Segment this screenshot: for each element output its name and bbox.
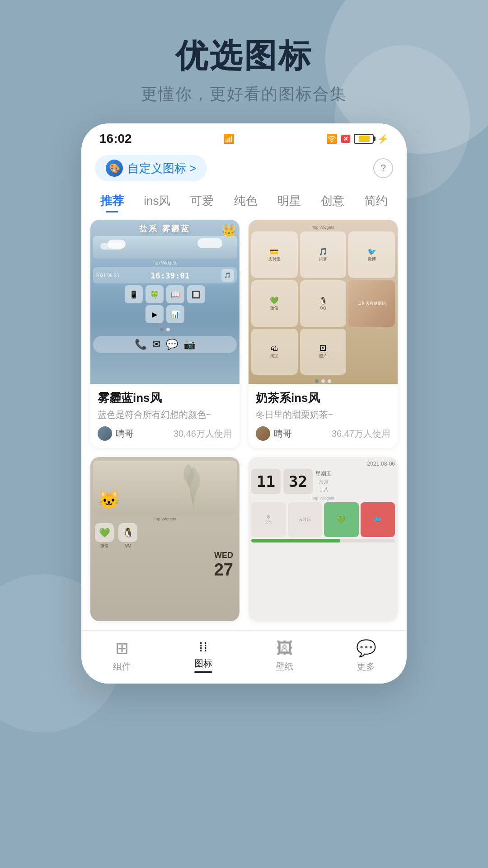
nav-wallpaper-label: 壁纸 xyxy=(276,660,294,673)
clock-minute: 32 xyxy=(283,469,313,494)
preview-dots-1 xyxy=(93,325,237,334)
custom-icon-circle-icon: 🎨 xyxy=(106,160,123,177)
category-tabs: 推荐 ins风 可爱 纯色 明星 创意 简约 xyxy=(81,186,407,220)
card-title-milk-tea: 奶茶系ins风 xyxy=(256,390,390,406)
card-info-milk-tea: 奶茶系ins风 冬日里的甜栗奶茶~ 晴哥 36.47万人使用 xyxy=(249,384,398,448)
top-widgets-1: Top Widgets xyxy=(93,260,237,265)
cat-app-icons: 💚 微信 🐧 QQ xyxy=(93,523,237,549)
theme-preview-cat: 🐱 Top Widgets 💚 微信 🐧 QQ xyxy=(90,457,239,621)
theme-grid: 👑 盐系 雾霾蓝 Top Widgets 2021-06-23 xyxy=(81,220,407,630)
custom-icon-button[interactable]: 🎨 自定义图标 > xyxy=(95,155,207,181)
app-icons-row1: 📱 🍀 📖 🔲 xyxy=(93,285,237,303)
card-desc-misty-blue: 蓝色是符合所有幻想的颜色~ xyxy=(98,409,232,421)
nav-icons-label: 图标 xyxy=(194,657,212,670)
tab-plain[interactable]: 纯色 xyxy=(229,189,263,212)
theme-preview-misty-blue: 👑 盐系 雾霾蓝 Top Widgets 2021-06-23 xyxy=(90,220,239,384)
tab-cute[interactable]: 可爱 xyxy=(185,189,219,212)
theme-preview-milk-tea: Top Widgets 🌿 📌 Top Widgets 💳 支付宝 🎵 xyxy=(249,220,398,384)
day-info: 星期五 六月 廿八 xyxy=(315,470,332,493)
nav-more-label: 更多 xyxy=(357,660,375,673)
digital-apps: 6 天气 云音乐 💚 🐦 xyxy=(251,502,395,537)
card-author-milk-tea: 晴哥 xyxy=(256,426,292,441)
custom-icon-label: 自定义图标 > xyxy=(127,160,196,176)
digital-clock: 11 32 星期五 六月 廿八 xyxy=(251,469,395,494)
theme-preview-digital: 2021-08-06 11 32 星期五 六月 廿八 Top Widgets xyxy=(249,457,398,621)
digital-date: 2021-08-06 xyxy=(251,461,395,467)
card-footer-misty-blue: 晴哥 30.46万人使用 xyxy=(98,426,232,441)
cat-image: 🐱 xyxy=(93,461,237,515)
custom-icon-bar: 🎨 自定义图标 > ? xyxy=(81,151,407,186)
status-bar: 16:02 📶 🛜 ✕ ⚡ xyxy=(81,123,407,151)
phone-mockup: 16:02 📶 🛜 ✕ ⚡ 🎨 自定义图标 > ? 推荐 ins风 可爱 纯色 … xyxy=(81,123,407,684)
author-name-misty-blue: 晴哥 xyxy=(116,428,134,440)
date-widget: 2021-06-23 16:39:01 🎵 xyxy=(93,267,237,283)
blue-dock: 📞 ✉ 💬 📷 xyxy=(93,336,237,353)
app-icons-row2: ▶ 📊 xyxy=(93,305,237,323)
tab-star[interactable]: 明星 xyxy=(272,189,306,212)
tab-ins[interactable]: ins风 xyxy=(138,189,176,212)
clock-hour: 11 xyxy=(251,469,281,494)
tab-creative[interactable]: 创意 xyxy=(315,189,350,212)
more-icon: 💬 xyxy=(356,639,376,658)
bottom-nav: ⊞ 组件 ⁞⁞ 图标 🖼 壁纸 💬 更多 xyxy=(81,630,407,684)
wallpaper-icon: 🖼 xyxy=(277,639,293,658)
nav-wallpaper[interactable]: 🖼 壁纸 xyxy=(244,639,325,673)
x-icon: ✕ xyxy=(341,135,350,143)
card-info-misty-blue: 雾霾蓝ins风 蓝色是符合所有幻想的颜色~ 晴哥 30.46万人使用 xyxy=(90,384,239,448)
tab-recommend[interactable]: 推荐 xyxy=(95,189,129,212)
card-users-misty-blue: 30.46万人使用 xyxy=(174,428,232,440)
status-signal-icon: 📶 xyxy=(223,133,235,144)
card-title-misty-blue: 雾霾蓝ins风 xyxy=(98,390,232,406)
icons-nav-icon: ⁞⁞ xyxy=(199,639,208,655)
theme-card-digital[interactable]: 2021-08-06 11 32 星期五 六月 廿八 Top Widgets xyxy=(249,457,398,621)
author-avatar-misty-blue xyxy=(98,426,112,441)
crown-badge-icon: 👑 xyxy=(221,223,236,237)
status-time: 16:02 xyxy=(99,132,132,146)
wifi-icon: 🛜 xyxy=(326,133,338,144)
tab-simple[interactable]: 简约 xyxy=(359,189,393,212)
page-title: 优选图标 xyxy=(0,36,488,75)
nav-widgets[interactable]: ⊞ 组件 xyxy=(81,639,163,673)
nav-active-indicator xyxy=(194,671,212,673)
card-users-milk-tea: 36.47万人使用 xyxy=(332,428,390,440)
page-subtitle: 更懂你，更好看的图标合集 xyxy=(0,83,488,105)
preview-dots-2 xyxy=(251,377,395,384)
author-avatar-milk-tea xyxy=(256,426,270,441)
status-icons: 🛜 ✕ ⚡ xyxy=(326,133,389,144)
bolt-icon: ⚡ xyxy=(377,133,389,144)
cat-date: WED 27 xyxy=(93,551,237,580)
theme-card-misty-blue[interactable]: 👑 盐系 雾霾蓝 Top Widgets 2021-06-23 xyxy=(90,220,239,448)
battery-icon xyxy=(354,134,374,144)
help-icon: ? xyxy=(380,162,386,174)
day-of-week: 星期五 xyxy=(315,470,332,478)
card-desc-milk-tea: 冬日里的甜栗奶茶~ xyxy=(256,409,390,421)
nav-more[interactable]: 💬 更多 xyxy=(325,639,407,673)
theme-card-milk-tea[interactable]: Top Widgets 🌿 📌 Top Widgets 💳 支付宝 🎵 xyxy=(249,220,398,448)
blue-theme-title: 盐系 雾霾蓝 xyxy=(93,223,237,234)
milk-icons-grid2: 🛍 淘宝 🖼 照片 xyxy=(251,329,395,375)
progress-bar xyxy=(251,539,395,542)
help-button[interactable]: ? xyxy=(373,158,393,178)
nav-widgets-label: 组件 xyxy=(113,660,131,673)
milk-icons-grid: 💳 支付宝 🎵 抖音 🐦 微博 💚 微信 xyxy=(251,231,395,326)
widgets-icon: ⊞ xyxy=(115,639,129,658)
nav-icons[interactable]: ⁞⁞ 图标 xyxy=(163,639,244,673)
card-footer-milk-tea: 晴哥 36.47万人使用 xyxy=(256,426,390,441)
cloud-area xyxy=(93,236,237,259)
card-author-misty-blue: 晴哥 xyxy=(98,426,134,441)
theme-card-cat[interactable]: 🐱 Top Widgets 💚 微信 🐧 QQ xyxy=(90,457,239,621)
author-name-milk-tea: 晴哥 xyxy=(274,428,292,440)
